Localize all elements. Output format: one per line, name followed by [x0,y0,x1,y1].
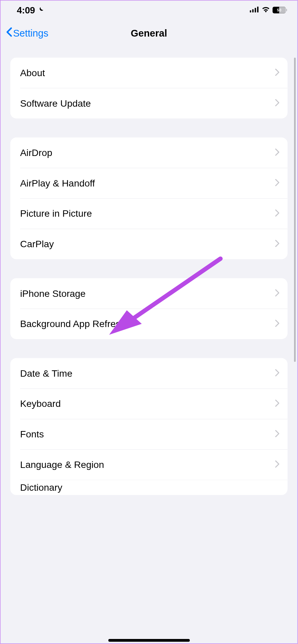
row-airdrop[interactable]: AirDrop [10,138,288,168]
battery-icon: 50 [273,7,287,13]
moon-icon [37,5,44,15]
row-label: Keyboard [20,398,275,409]
row-label: Dictionary [20,482,280,493]
row-date-time[interactable]: Date & Time [10,358,288,389]
row-label: CarPlay [20,238,275,249]
row-label: AirPlay & Handoff [20,178,275,189]
row-software-update[interactable]: Software Update [10,88,288,118]
chevron-right-icon [275,369,280,377]
chevron-right-icon [275,69,280,77]
wifi-icon [262,6,270,13]
status-bar: 4:09 50 [1,1,297,20]
home-indicator[interactable] [108,639,190,642]
back-button[interactable]: Settings [3,24,51,42]
settings-group: Date & Time Keyboard Fonts Language & Re… [10,358,288,495]
svg-rect-0 [250,10,251,12]
chevron-left-icon [6,27,12,39]
back-label: Settings [13,28,48,39]
row-label: Fonts [20,429,275,439]
svg-rect-1 [252,9,253,13]
row-label: Date & Time [20,368,275,379]
row-label: Software Update [20,98,275,109]
row-label: AirDrop [20,147,275,158]
row-picture-in-picture[interactable]: Picture in Picture [10,198,288,229]
settings-group: AirDrop AirPlay & Handoff Picture in Pic… [10,138,288,259]
row-iphone-storage[interactable]: iPhone Storage [10,278,288,309]
page-title: General [131,28,167,39]
row-label: Language & Region [20,459,275,470]
row-keyboard[interactable]: Keyboard [10,388,288,419]
row-label: iPhone Storage [20,288,275,299]
chevron-right-icon [275,149,280,157]
settings-group: iPhone Storage Background App Refresh [10,278,288,339]
chevron-right-icon [275,289,280,298]
chevron-right-icon [275,461,280,469]
svg-rect-2 [255,8,256,12]
row-label: Picture in Picture [20,208,275,219]
row-fonts[interactable]: Fonts [10,419,288,449]
chevron-right-icon [275,400,280,408]
chevron-right-icon [275,210,280,218]
cellular-signal-icon [250,6,259,13]
scroll-indicator[interactable] [294,58,296,362]
chevron-right-icon [275,99,280,107]
chevron-right-icon [275,320,280,328]
chevron-right-icon [275,240,280,248]
status-left: 4:09 [17,5,44,15]
row-language-region[interactable]: Language & Region [10,449,288,480]
status-right: 50 [250,6,287,13]
row-background-app-refresh[interactable]: Background App Refresh [10,309,288,339]
nav-header: Settings General [1,19,297,47]
content: About Software Update AirDrop AirPlay & … [1,47,297,495]
settings-group: About Software Update [10,58,288,118]
chevron-right-icon [275,179,280,187]
row-airplay-handoff[interactable]: AirPlay & Handoff [10,168,288,199]
row-dictionary[interactable]: Dictionary [10,480,288,495]
status-time: 4:09 [17,5,35,15]
svg-rect-3 [257,6,258,12]
row-carplay[interactable]: CarPlay [10,229,288,259]
row-about[interactable]: About [10,58,288,88]
row-label: About [20,67,275,78]
battery-percent: 50 [273,7,286,13]
row-label: Background App Refresh [20,318,275,329]
chevron-right-icon [275,430,280,438]
